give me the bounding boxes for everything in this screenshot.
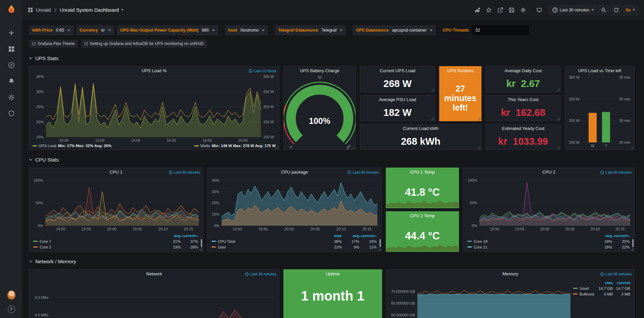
series-name[interactable]: UPS Load [39, 144, 56, 148]
dashboard-picker-grid-icon[interactable] [28, 7, 33, 12]
variable-ups-datasource[interactable]: UPS Datasourceapcupsd-container [353, 25, 436, 35]
legend-sort-current[interactable]: current [181, 234, 198, 238]
memory-chart[interactable]: 70.000000 GB60.000000 GB50.000000 GB [417, 280, 570, 318]
panel-title[interactable]: Current UPS Load [380, 68, 415, 73]
series-name[interactable]: Core 7 [33, 239, 163, 243]
panel-memory: Memory Last 30 minutes 70.000000 GB60.00… [386, 269, 635, 318]
legend-sort-max[interactable]: max [595, 281, 613, 285]
navbar: Unraid Unraid System Dashboard Last 30 m… [22, 0, 644, 20]
series-name[interactable]: User [212, 245, 324, 249]
cpu2-chart[interactable]: 100%50%0%19:5019:5520:0020:0520:1020:15 [479, 178, 630, 226]
panel-title[interactable]: UPS Runtime [447, 68, 474, 73]
panel-cpu-2-temp: CPU 2 Temp 44.4 °C [386, 211, 459, 252]
panel-header: Average Daily Cost [486, 66, 560, 75]
legend-scrollbar[interactable] [632, 239, 634, 247]
panel-title[interactable]: Estimated Yearly Cost [502, 126, 544, 131]
alerting-bell-icon[interactable] [7, 77, 15, 85]
legend-sort-current[interactable]: current [612, 234, 630, 238]
dashboards-icon[interactable] [7, 45, 15, 53]
legend-sort-avg[interactable]: avg [595, 234, 612, 238]
refresh-interval-select[interactable]: 5s [623, 5, 639, 15]
panel-title[interactable]: Network [146, 271, 162, 276]
panel-title[interactable]: CPU package [281, 170, 308, 175]
variable-ups-max-output[interactable]: UPS Max Output Power Capacity (Watt)865 [117, 25, 218, 35]
panel-resize-handle[interactable] [631, 146, 634, 149]
legend-sort-avg[interactable]: avg [342, 234, 359, 238]
panel-title[interactable]: CPU 2 [542, 170, 555, 175]
legend-sort-max[interactable]: max [324, 234, 342, 238]
cpu-package-chart[interactable]: 40%30%20%10%0%19:5019:5520:0020:0520:102… [222, 178, 377, 226]
legend-sort-current[interactable]: current [359, 234, 377, 238]
refresh-button[interactable] [610, 5, 623, 15]
y-axis-tick: 25% [36, 105, 44, 109]
row-header-network-memory[interactable]: Network / Memory [29, 256, 635, 267]
variable-host[interactable]: hostNostromo [225, 25, 268, 35]
variable-telegraf-datasource[interactable]: Telegraf DatasourceTelegraf [275, 25, 346, 35]
create-plus-icon[interactable] [7, 29, 15, 37]
time-range-text: Last 30 minutes [353, 168, 379, 177]
series-name[interactable]: Core 2 [33, 245, 163, 249]
legend-value: 14.7 GB [595, 286, 613, 290]
series-name[interactable]: Core 18 [467, 239, 595, 243]
explore-compass-icon[interactable] [7, 61, 15, 69]
series-name[interactable]: Core 21 [467, 245, 595, 249]
series-name[interactable]: Used [573, 286, 595, 290]
network-chart[interactable]: 6.0 MBs4.0 MBs2.0 MBs [51, 280, 275, 318]
server-admin-shield-icon[interactable] [7, 109, 15, 118]
legend-scrollbar[interactable] [379, 239, 381, 247]
row-header-ups-stats[interactable]: UPS Stats [29, 53, 635, 63]
star-button[interactable] [484, 5, 494, 15]
help-icon[interactable]: ? [7, 305, 15, 313]
series-name[interactable]: CPU Total [212, 239, 324, 243]
legend: avgcurrent Core 1818%22% Core 2118%22% [463, 232, 634, 252]
grafana-logo[interactable] [6, 4, 17, 15]
y-axis-tick: 20% [36, 120, 44, 124]
configuration-gear-icon[interactable] [7, 93, 15, 101]
zoom-out-button[interactable] [598, 5, 610, 15]
ups-load-chart[interactable]: 35%30%25%20%15%300 W250 W200 W150 W100 W… [46, 77, 261, 137]
tv-mode-button[interactable] [534, 5, 544, 15]
panel-title[interactable]: Average PSU Load [379, 97, 416, 102]
share-button[interactable] [495, 5, 505, 15]
series-name[interactable]: Buffered [573, 292, 595, 296]
variable-kwh-price[interactable]: kWh Price0.65 [29, 25, 74, 35]
panel-title[interactable]: CPU 1 Temp [410, 170, 434, 175]
panel-title[interactable]: CPU 1 [109, 170, 122, 175]
legend-sort-current[interactable]: current [613, 281, 630, 285]
svg-text:100: 100 [345, 144, 352, 150]
panel-title[interactable]: CPU 2 Temp [410, 213, 434, 218]
panel-title[interactable]: UPS Battery Charge [300, 68, 339, 73]
cpu1-chart[interactable]: 100%50%0%19:5019:5520:0020:0520:1020:15 [45, 178, 199, 226]
time-range-picker[interactable]: Last 30 minutes [549, 5, 598, 15]
panel-title[interactable]: Memory [503, 271, 518, 276]
dashboard-link[interactable]: Grafana Plex Theme [29, 40, 78, 48]
panel-title[interactable]: Average Daily Cost [504, 68, 542, 73]
dashboard-link[interactable]: Setting up Grafana and InfluxDB for UPS … [81, 40, 207, 48]
variable-currency[interactable]: Currencykr [76, 25, 114, 35]
panel-title[interactable]: UPS Load vs Time left [578, 68, 622, 73]
legend-scrollbar[interactable] [201, 239, 202, 247]
series-color-dash [212, 246, 216, 247]
x-axis-tick: 20:15 [615, 227, 625, 231]
panel-title[interactable]: UPS Load % [142, 68, 167, 73]
add-panel-button[interactable] [472, 5, 482, 15]
panel-title[interactable]: Current Load kWh [403, 126, 439, 131]
legend-sort-avg[interactable]: avg [163, 234, 181, 238]
series-name[interactable]: Watts [200, 144, 210, 148]
panel-header: CPU 1 Temp [386, 168, 459, 177]
breadcrumb-app[interactable]: Unraid [36, 7, 51, 13]
panel-title[interactable]: This Years Cost [508, 97, 538, 102]
cpu-threads-input[interactable] [472, 26, 529, 35]
row-header-cpu-stats[interactable]: CPU Stats [29, 154, 635, 165]
row-title: UPS Stats [35, 55, 58, 61]
legend-header: maxavgcurrent [212, 233, 377, 238]
legend-item[interactable]: WattsMin: 148 W Max: 278 W Avg: 175 W [194, 144, 276, 148]
panel-title[interactable]: Uptime [326, 271, 339, 276]
user-avatar[interactable] [7, 291, 15, 299]
variable-label: Currency [80, 28, 98, 33]
dashboard-settings-button[interactable] [518, 5, 528, 15]
panel-time-range: Last 30 minutes [600, 168, 632, 177]
save-button[interactable] [507, 5, 517, 15]
legend-item[interactable]: UPS LoadMin: 17% Max: 32% Avg: 20% [33, 144, 111, 148]
dashboard-title[interactable]: Unraid System Dashboard [60, 7, 124, 13]
